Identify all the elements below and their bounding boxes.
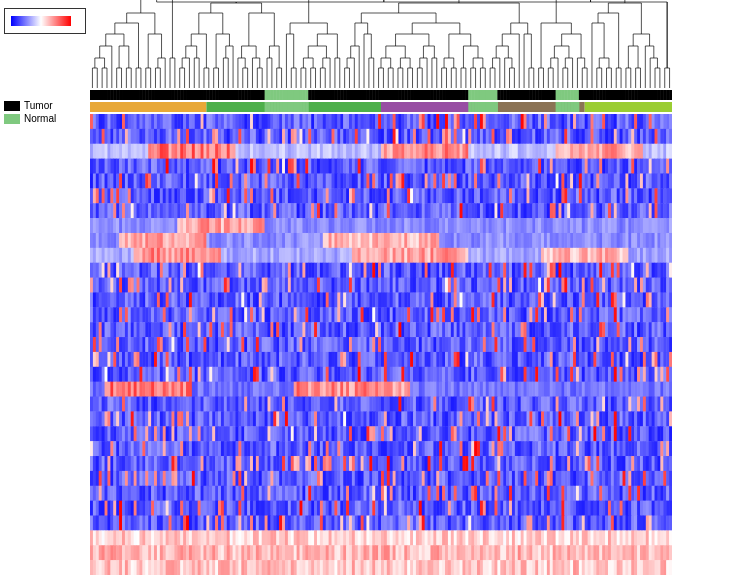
normal-label: Normal <box>24 113 56 124</box>
heatmap-canvas <box>90 114 672 575</box>
left-panel: Tumor Normal <box>0 0 90 575</box>
tumor-legend-box <box>4 101 20 111</box>
cancer-bar-canvas <box>90 102 672 112</box>
annotation-bars <box>90 90 672 112</box>
tumor-bar-canvas <box>90 90 672 100</box>
legend-tumor: Tumor <box>4 100 86 111</box>
gradient-bar <box>11 16 71 26</box>
legend-normal: Normal <box>4 113 86 124</box>
normal-legend-box <box>4 114 20 124</box>
heatmap-container: BRAFRPS6KA1AKT1S1SHC1PRKCACASP3SRCSTMN1E… <box>90 114 672 575</box>
dendrogram-area <box>90 0 672 90</box>
legend-container: Tumor Normal <box>4 98 86 124</box>
dendrogram-svg <box>90 0 672 90</box>
tumor-label: Tumor <box>24 100 53 111</box>
main-container: Tumor Normal ESCASTADCOADREADLIHCPAAD BR… <box>0 0 752 575</box>
right-panel: ESCASTADCOADREADLIHCPAAD BRAFRPS6KA1AKT1… <box>90 0 752 575</box>
color-key <box>4 8 86 34</box>
